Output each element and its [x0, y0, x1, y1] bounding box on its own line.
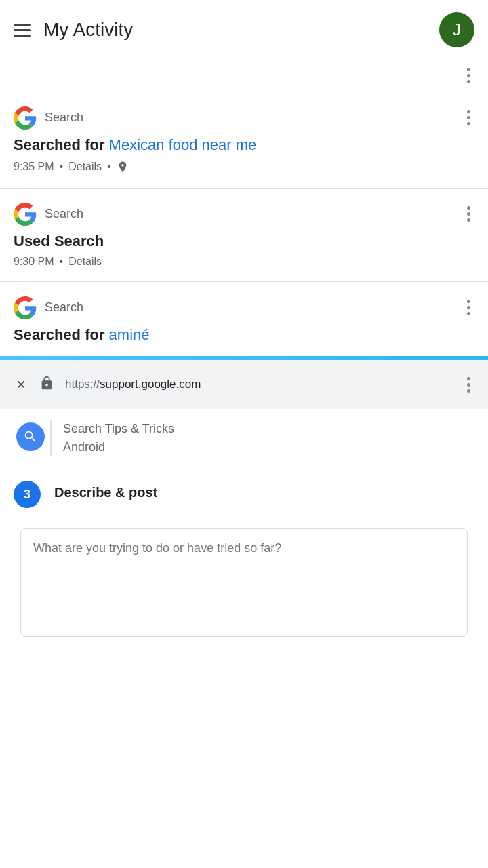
url-scheme: https:// [65, 378, 100, 391]
item0-more-button[interactable] [463, 64, 474, 87]
step-3-item: 3 Describe & post [0, 467, 488, 521]
search-tips-row: Search Tips & Tricks Android [0, 409, 488, 467]
tips-icon-container [14, 420, 47, 451]
activity-title-3: Searched for aminé [14, 326, 474, 344]
step-3-circle: 3 [14, 481, 41, 508]
title-prefix-3: Searched for [14, 326, 109, 343]
google-g-icon-3 [14, 296, 37, 319]
activity-item-1: Search Searched for Mexican food near me… [0, 92, 488, 189]
activity-item-3: Search Searched for aminé [0, 282, 488, 356]
avatar[interactable]: J [439, 12, 474, 47]
activity-title-1: Searched for Mexican food near me [14, 136, 474, 154]
overlay-content: Search Tips & Tricks Android 3 Describe … [0, 409, 488, 680]
close-icon[interactable]: × [14, 372, 28, 397]
item2-more-button[interactable] [463, 202, 474, 226]
activity-title-2: Used Search [14, 233, 474, 250]
activity-header-3: Search [14, 296, 474, 319]
page-title: My Activity [43, 19, 133, 41]
lock-icon [39, 376, 54, 394]
source-label-3: Search [45, 300, 83, 315]
textarea-container [20, 528, 468, 639]
title-link-3[interactable]: aminé [109, 326, 150, 343]
hamburger-menu-icon[interactable] [14, 24, 31, 37]
activity-source-1: Search [14, 106, 83, 130]
google-g-icon [14, 106, 37, 130]
tips-line-2: Android [63, 438, 474, 456]
step-3-label: Describe & post [54, 481, 157, 500]
activity-source-2: Search [14, 203, 83, 226]
tips-circle-icon [16, 422, 45, 451]
location-icon-1 [117, 159, 129, 174]
title-prefix-1: Searched for [14, 136, 109, 153]
header-left: My Activity [14, 19, 133, 41]
activity-meta-1: 9:35 PM • Details • [14, 159, 474, 174]
activity-source-3: Search [14, 296, 83, 319]
time-2: 9:30 PM [14, 256, 54, 268]
google-g-icon-2 [14, 203, 37, 226]
activity-item-2: Search Used Search 9:30 PM • Details [0, 189, 488, 282]
title-link-1[interactable]: Mexican food near me [109, 136, 257, 153]
tips-text-container: Search Tips & Tricks Android [50, 420, 474, 456]
app-header: My Activity J [0, 0, 488, 60]
partial-top-bar [0, 60, 488, 92]
overlay-more-button[interactable] [463, 373, 474, 397]
activity-meta-2: 9:30 PM • Details [14, 256, 474, 268]
activity-header-1: Search [14, 106, 474, 130]
tips-line-1: Search Tips & Tricks [63, 420, 474, 438]
details-link-1[interactable]: Details [68, 161, 102, 173]
source-label-1: Search [45, 111, 83, 125]
url-domain[interactable]: support.google.com [100, 378, 201, 391]
item1-more-button[interactable] [463, 106, 474, 130]
activity-header-2: Search [14, 202, 474, 226]
details-link-2[interactable]: Details [68, 256, 102, 268]
overlay-header: × https://support.google.com [0, 360, 488, 409]
source-label-2: Search [45, 207, 83, 221]
url-text: https://support.google.com [65, 378, 452, 391]
feedback-textarea[interactable] [20, 528, 468, 637]
time-1: 9:35 PM [14, 161, 54, 173]
overlay-sheet: × https://support.google.com [0, 360, 488, 409]
item3-more-button[interactable] [463, 296, 474, 319]
